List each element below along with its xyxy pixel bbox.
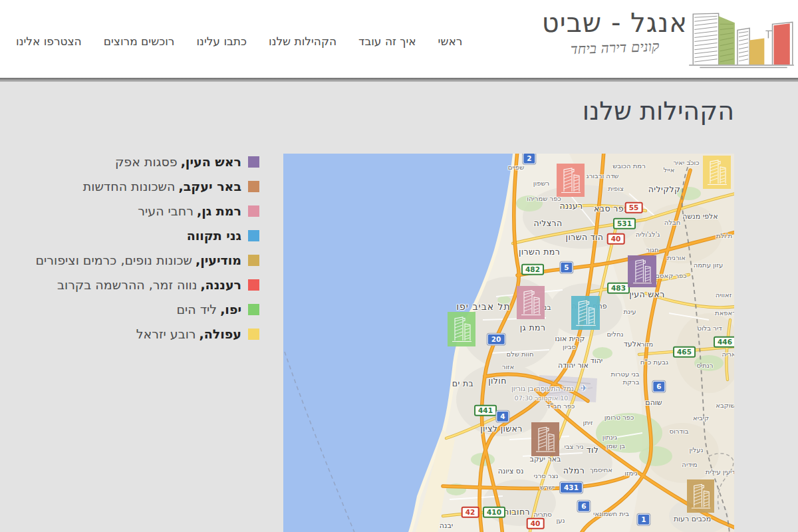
map-label: זיתן: [583, 419, 593, 426]
map-label: חולון: [488, 376, 507, 386]
legend-color-swatch: [248, 181, 259, 192]
page-title: הקהילות שלנו: [64, 96, 734, 126]
road-shield-2: 2: [523, 154, 535, 164]
legend-city-name: רעננה,: [200, 278, 241, 292]
legend-color-swatch: [248, 279, 259, 291]
legend-description: ליד הים: [176, 303, 217, 317]
map-marker-modiin[interactable]: [687, 479, 714, 513]
nav-item-wrote-about-us[interactable]: כתבו עלינו: [196, 35, 247, 48]
legend-color-swatch: [248, 156, 259, 168]
legend-city-name: עפולה,: [200, 327, 241, 341]
map-label: כפר קאסם: [655, 272, 686, 279]
map-label: ת'ולת: [716, 232, 732, 239]
map-marker-ganei-tikva[interactable]: [571, 296, 600, 330]
map-label: שדה ורבורג: [587, 172, 619, 180]
map-label: בני עטרות: [611, 370, 640, 378]
map-label: סביון: [563, 343, 576, 350]
road-shield-410: 410: [483, 507, 505, 518]
map-label: כפר חב"ד: [547, 402, 575, 410]
map-label: כוכב יאיר: [673, 159, 699, 166]
road-shield-55: 55: [625, 202, 643, 213]
map-label: רמת גן: [520, 323, 546, 332]
map-label: גינתון: [602, 434, 617, 441]
map-label: כפר שמריהו: [527, 195, 561, 202]
legend-description: השכונות החדשות: [83, 180, 176, 194]
map-label: רשפון: [533, 180, 549, 187]
header-divider: [0, 78, 798, 82]
map-label: ברקת: [622, 378, 639, 386]
map-marker-yafo[interactable]: [448, 312, 475, 346]
map-marker-raanana[interactable]: [557, 164, 585, 197]
map-label: ראפאת: [715, 309, 734, 317]
nav-item-how-it-works[interactable]: איך זה עובד: [358, 35, 416, 48]
map-label: גימזו: [624, 469, 637, 477]
map-label: מכבים רעות: [674, 515, 711, 523]
map-label: בת ים: [452, 378, 474, 388]
legend-color-swatch: [248, 329, 259, 340]
legend-city-name: מודיעין,: [196, 253, 241, 267]
map-label: בית חשמונאי: [593, 510, 629, 517]
map-label: מידיה: [682, 461, 697, 468]
logo-buildings-icon: [688, 5, 795, 69]
map-label: תל אביב יפו: [456, 301, 510, 312]
map-marker-ramat-gan[interactable]: [517, 286, 545, 319]
road-shield-40: 40: [607, 233, 625, 245]
site-header: אנגל - שביט קונים דירה ביחד ראשיאיך זה ע…: [0, 0, 798, 78]
legend-description: שכונות נופים, כרמים וציפורים: [35, 253, 192, 267]
legend-city-name: באר יעקב,: [178, 180, 241, 194]
map-label: רעננה: [559, 201, 583, 211]
map-base-graphics: [283, 154, 734, 532]
map-label: צופית: [608, 185, 624, 192]
map-label: דיר בלוט: [697, 325, 722, 332]
map-label: נעלין: [690, 446, 704, 454]
map-label: שוהם: [645, 398, 662, 407]
nav-item-our-communities[interactable]: הקהילות שלנו: [269, 35, 336, 48]
map-label: גבעת כ"ח: [640, 358, 668, 366]
map-label: ראש העין: [629, 289, 665, 299]
legend-color-swatch: [248, 304, 259, 315]
legend-description: רובע יזראל: [136, 327, 196, 341]
map-label: אריה: [722, 350, 734, 358]
legend-city-name: גני תקווה: [187, 229, 241, 243]
map-label: רנתיס: [697, 362, 714, 369]
map-label: לוד: [587, 445, 599, 455]
map-label: 10 אוקטובר 07:30: [515, 394, 569, 402]
legend-item: גני תקווה: [35, 229, 259, 243]
legend-item: מודיעין,שכונות נופים, כרמים וציפורים: [35, 253, 259, 267]
logo[interactable]: אנגל - שביט קונים דירה ביחד: [533, 0, 795, 78]
legend-city-name: יפו,: [220, 303, 241, 317]
map-label: חבלה: [664, 219, 681, 226]
map-label: ראשון לציון: [480, 424, 523, 434]
map-label: נצר סרני: [533, 472, 558, 479]
map-label: קלקיליה: [648, 184, 681, 194]
map-label: נחלים: [606, 331, 623, 338]
map-label: אחיסמך: [590, 466, 612, 473]
map-label: הוד השרון: [566, 232, 604, 242]
nav-item-home[interactable]: ראשי: [438, 35, 463, 48]
road-shield-4: 4: [496, 411, 509, 422]
map-label: נס ציונה: [498, 467, 524, 475]
legend-color-swatch: [248, 255, 259, 266]
map-label: נמל התעופה בן גוריון: [511, 384, 574, 392]
road-shield-482: 482: [521, 264, 544, 275]
road-shield-465: 465: [673, 346, 696, 358]
map-label: זאוויה: [716, 291, 732, 299]
map-label: הרצליה: [533, 218, 562, 228]
map-label: ישרש: [540, 483, 555, 491]
road-shield-6: 6: [652, 381, 665, 392]
legend-item: ראש העין,פסגות אפק: [35, 155, 259, 169]
legend-item: יפו,ליד הים: [35, 303, 259, 317]
road-shield-483: 483: [607, 283, 630, 294]
road-shield-446: 446: [714, 336, 734, 348]
nav-item-happy-buyers[interactable]: רוכשים מרוצים: [104, 35, 175, 48]
map-label: יבנה: [440, 521, 453, 530]
legend-item: רעננה,נווה זמר, ההרשמה בקרוב: [35, 278, 259, 292]
legend-color-swatch: [248, 230, 259, 241]
map-marker-rosh-haayin[interactable]: [628, 255, 656, 287]
map-marker-afula[interactable]: [703, 156, 731, 189]
communities-map[interactable]: תל אביב יפוהרצליהרמת השרוןהוד השרוןכפר ס…: [283, 154, 734, 532]
map-marker-beer-yaakov[interactable]: [531, 422, 559, 456]
nav-item-join-us[interactable]: הצטרפו אלינו: [16, 35, 82, 48]
road-shield-5: 5: [560, 262, 573, 273]
map-label: נען: [557, 517, 565, 524]
